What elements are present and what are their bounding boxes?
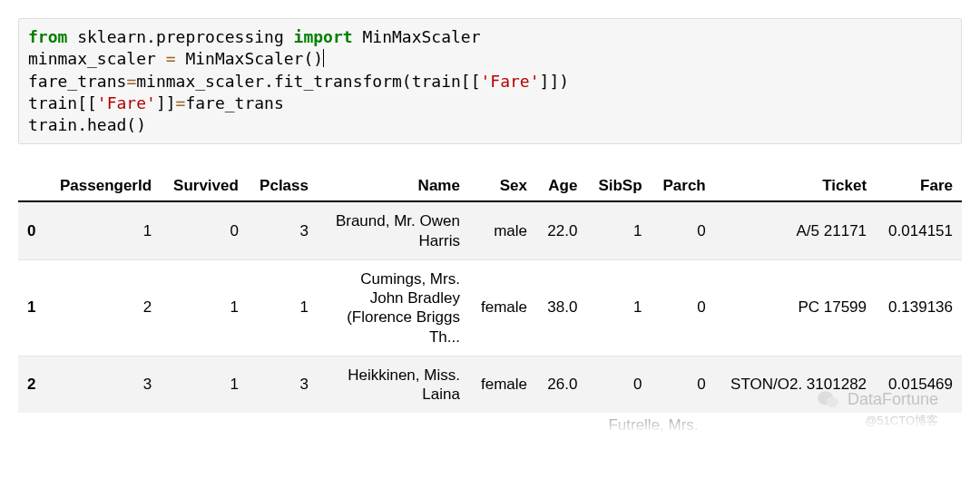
cell: Heikkinen, Miss. Laina <box>318 356 469 413</box>
cell: 0.015469 <box>876 356 962 413</box>
cell: 26.0 <box>536 356 586 413</box>
cell: 3 <box>46 356 161 413</box>
cell: PC 17599 <box>715 259 876 356</box>
code-text: fare_trans <box>28 72 126 91</box>
cell: 1 <box>161 259 248 356</box>
code-text: ]]) <box>540 72 570 91</box>
code-text: ]] <box>156 93 176 112</box>
code-text: sklearn.preprocessing <box>67 27 293 46</box>
cell: A/5 21171 <box>715 201 876 259</box>
col-age: Age <box>536 170 586 201</box>
cell: 1 <box>248 259 318 356</box>
cell: 0 <box>652 201 715 259</box>
cell: female <box>469 259 536 356</box>
cell: 0.139136 <box>876 259 962 356</box>
cell: Braund, Mr. Owen Harris <box>318 201 469 259</box>
code-text: train[[ <box>28 93 97 112</box>
kw-import: import <box>294 27 353 46</box>
cell: 1 <box>46 201 161 259</box>
cell: 1 <box>586 259 651 356</box>
row-index: 2 <box>18 356 46 413</box>
text-cursor <box>323 49 324 67</box>
cell: STON/O2. 3101282 <box>715 356 876 413</box>
cell: 1 <box>586 201 651 259</box>
operator-eq: = <box>166 49 176 68</box>
cell: 22.0 <box>536 201 586 259</box>
table-header-row: PassengerId Survived Pclass Name Sex Age… <box>18 170 962 201</box>
col-ticket: Ticket <box>715 170 876 201</box>
row-index: 0 <box>18 201 46 259</box>
cell: Cumings, Mrs. John Bradley (Florence Bri… <box>318 259 469 356</box>
col-sex: Sex <box>469 170 536 201</box>
col-passengerid: PassengerId <box>46 170 161 201</box>
table-row: 2 3 1 3 Heikkinen, Miss. Laina female 26… <box>18 356 962 413</box>
col-survived: Survived <box>161 170 248 201</box>
code-cell[interactable]: from sklearn.preprocessing import MinMax… <box>18 18 962 144</box>
operator-eq: = <box>126 72 136 91</box>
row-index: 1 <box>18 259 46 356</box>
operator-eq: = <box>176 93 186 112</box>
code-text: fare_trans <box>185 93 283 112</box>
code-text: minmax_scaler <box>28 49 166 68</box>
code-text: train.head() <box>28 115 146 134</box>
index-header <box>18 170 46 201</box>
col-sibsp: SibSp <box>586 170 651 201</box>
cell: 0 <box>161 201 248 259</box>
cell: 0 <box>652 259 715 356</box>
dataframe-output: PassengerId Survived Pclass Name Sex Age… <box>18 170 962 413</box>
table-row: 1 2 1 1 Cumings, Mrs. John Bradley (Flor… <box>18 259 962 356</box>
table-row: 0 1 0 3 Braund, Mr. Owen Harris male 22.… <box>18 201 962 259</box>
cell: 3 <box>248 201 318 259</box>
code-text: minmax_scaler.fit_transform(train[[ <box>136 72 480 91</box>
cell: 2 <box>46 259 161 356</box>
string-literal: 'Fare' <box>97 93 156 112</box>
col-name: Name <box>318 170 469 201</box>
col-fare: Fare <box>876 170 962 201</box>
cell: male <box>469 201 536 259</box>
cell: 38.0 <box>536 259 586 356</box>
cell: 3 <box>248 356 318 413</box>
cell: 0.014151 <box>876 201 962 259</box>
cell: 0 <box>652 356 715 413</box>
cell: 0 <box>586 356 651 413</box>
kw-from: from <box>28 27 67 46</box>
cell: female <box>469 356 536 413</box>
cell: 1 <box>161 356 248 413</box>
code-text: MinMaxScaler() <box>176 49 324 68</box>
cutoff-row-partial: Futrelle, Mrs. <box>345 416 962 435</box>
string-literal: 'Fare' <box>481 72 540 91</box>
col-pclass: Pclass <box>248 170 318 201</box>
code-text: MinMaxScaler <box>353 27 481 46</box>
col-parch: Parch <box>652 170 715 201</box>
